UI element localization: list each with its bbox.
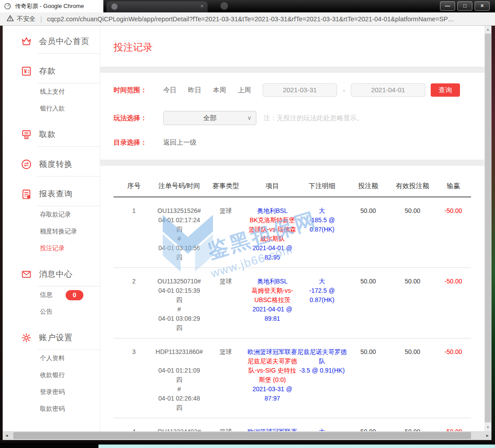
sidebar-separator [37,176,100,177]
sidebar-subitem-label: 线上支付 [40,88,65,96]
scroll-right-arrow-icon[interactable]: ► [483,431,491,440]
play-type-value: 全部 [203,114,216,122]
sidebar-item-deposit[interactable]: ¥存款 [3,59,100,83]
sidebar-item-messages[interactable]: 信息0 [3,287,100,303]
play-type-select[interactable]: 全部 ∨ [163,111,256,125]
cell-index: 2 [114,277,154,333]
play-type-label: 玩法选择： [114,114,163,122]
horizontal-scrollbar-thumb[interactable] [13,432,471,439]
vertical-scrollbar-thumb[interactable] [485,34,491,422]
window-border-right [491,26,495,448]
directory-label: 目录选择： [114,138,163,147]
background-tab-favicon-2 [220,2,228,10]
cell-project: 奥地利BSL葛姆登天鹅-vs-UBSC格拉茨2021-04-01 @ 89:81 [248,277,297,333]
close-button[interactable]: × [475,1,490,11]
quick-range-yesterday[interactable]: 昨日 [188,86,201,94]
minimize-button[interactable]: — [440,1,455,11]
cell-valid-bet-amount: 50.00 [389,277,436,333]
sidebar-item-transfer[interactable]: 额度转换 [3,152,100,176]
scroll-down-arrow-icon[interactable]: ▼ [484,424,491,431]
scroll-left-arrow-icon[interactable]: ◄ [3,431,11,440]
quick-range-today[interactable]: 今日 [163,86,177,94]
column-header: 下注明细 [297,182,347,190]
sidebar-item-label: 账户设置 [39,332,73,343]
cell-order-number-time: OU113251526#04-01 02:17:24 四#04-01 03:10… [154,206,204,262]
sidebar-item-reports[interactable]: 报表查询 [3,182,100,206]
sidebar-subitem-label: 额度转换记录 [40,228,77,236]
quick-range-links: 今日昨日本周上周 [163,86,263,94]
section-divider [100,67,484,73]
sidebar-section-transfer: 额度转换 [3,152,100,177]
chevron-down-icon: ∨ [247,111,251,125]
crown-icon [20,35,32,47]
search-button[interactable]: 查询 [431,83,460,97]
maximize-button[interactable]: □ [457,1,472,11]
date-from-input[interactable]: 2021-03-31 [263,83,337,97]
cell-win-loss: -50.00 [436,347,471,413]
url-bar[interactable]: 不安全 | cqcp2.com/chuanQiCPLoginWeb/app/re… [0,12,495,26]
sidebar-item-online-pay[interactable]: 线上支付 [3,83,100,100]
window-border-bottom [0,440,495,444]
sidebar-item-withdraw-password[interactable]: 取款密码 [3,401,100,417]
sidebar-item-deposit-withdraw-records[interactable]: 存取款记录 [3,206,100,223]
sidebar-section-deposit: ¥存款线上支付银行入款 [3,59,100,117]
security-status-label[interactable]: 不安全 [17,15,35,23]
column-header: 注单号码/时间 [154,182,204,190]
cell-bet-detail: 尼兹尼诺夫哥罗德队-3.5 @ 0.91(HK) [297,347,347,413]
sidebar-item-label: 额度转换 [39,159,73,169]
address-url[interactable]: cqcp2.com/chuanQiCPLoginWeb/app/reportDe… [47,16,454,23]
url-separator: | [40,15,42,23]
sidebar: 会员中心首页¥存款线上支付银行入款取款额度转换报表查询存取款记录额度转换记录投注… [3,26,100,431]
sidebar-item-transfer-records[interactable]: 额度转换记录 [3,223,100,240]
cell-bet-amount: 50.00 [347,277,389,333]
sidebar-subitem-label: 存取款记录 [40,211,71,219]
cell-index: 3 [114,347,154,413]
sidebar-item-login-password[interactable]: 登录密码 [3,384,100,401]
quick-range-this-week[interactable]: 本周 [213,86,226,94]
cell-bet-detail: 大-184.5 @0.82(HK) [297,427,347,431]
time-range-row: 时间范围： 今日昨日本周上周 2021-03-31 - 2021-04-01 查… [114,83,484,97]
back-up-level-link[interactable]: 返回上一级 [163,138,196,147]
table-row: 4OU113234492#04-01 01:27:25 四#04-01 02:2… [114,418,471,431]
sidebar-item-bet-records[interactable]: 投注记录 [3,240,100,257]
sidebar-item-label: 会员中心首页 [39,36,90,47]
site-favicon-icon [4,3,11,10]
sidebar-item-account-settings[interactable]: 账户设置 [3,326,100,350]
quick-range-last-week[interactable]: 上周 [238,86,251,94]
sidebar-item-bank-deposit[interactable]: 银行入款 [3,100,100,117]
sidebar-subitem-label: 银行入款 [40,105,65,113]
table-row: 1OU113251526#04-01 02:17:24 四#04-01 03:1… [114,197,471,268]
report-icon [20,188,32,200]
cell-order-number-time: HDP113231860# 04-01 01:21:09 四#04-01 02:… [154,347,204,413]
cell-sport-type: 篮球 [204,427,248,431]
bet-records-table: 序号注单号码/时间赛事类型项目下注明细投注额有效投注额输赢 1OU1132515… [100,166,484,431]
sidebar-item-announcements[interactable]: 公告 [3,303,100,320]
sidebar-item-receiving-bank[interactable]: 收款银行 [3,367,100,384]
horizontal-scrollbar[interactable]: ◄ ► [3,431,491,440]
sidebar-subitem-label: 投注记录 [40,244,65,252]
cell-win-loss: -50.00 [436,277,471,333]
scroll-up-arrow-icon[interactable]: ▲ [484,26,491,33]
sidebar-item-label: 存款 [39,66,56,76]
sidebar-item-message-center[interactable]: 消息中心 [3,262,100,286]
message-icon [20,268,32,280]
sidebar-section-reports: 报表查询存取款记录额度转换记录投注记录 [3,182,100,257]
sidebar-section-account-settings: 账户设置个人资料收款银行登录密码取款密码 [3,326,100,417]
cell-sport-type: 篮球 [204,206,248,262]
sidebar-item-withdraw[interactable]: 取款 [3,122,100,146]
play-type-row: 玩法选择： 全部 ∨ 注：无投注的玩法此处忽略显示。 [114,111,484,125]
sidebar-subitem-label: 个人资料 [40,354,65,362]
vertical-scrollbar[interactable]: ▲ ▼ [484,26,491,431]
sidebar-item-label: 消息中心 [39,269,73,279]
column-header: 投注额 [347,182,389,190]
cell-valid-bet-amount: 50.00 [389,427,436,431]
table-row: 3HDP113231860# 04-01 01:21:09 四#04-01 02… [114,338,471,418]
sidebar-item-label: 取款 [39,129,56,140]
sidebar-subitem-label: 收款银行 [40,371,65,379]
sidebar-item-home[interactable]: 会员中心首页 [3,29,100,53]
title-bar: × 传奇彩票 - Google Chrome —□× [0,0,495,12]
date-to-input[interactable]: 2021-04-01 [351,83,425,97]
date-range-dash: - [343,86,345,94]
sidebar-item-profile[interactable]: 个人资料 [3,350,100,367]
cell-valid-bet-amount: 50.00 [389,347,436,413]
